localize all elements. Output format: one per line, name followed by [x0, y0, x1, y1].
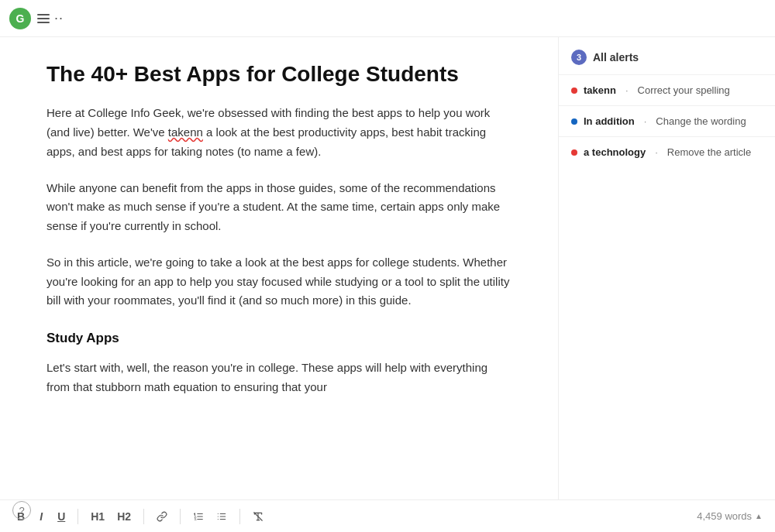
right-sidebar: 3 All alerts takenn · Correct your spell… — [558, 37, 775, 499]
misspelled-word: takenn — [168, 125, 203, 139]
ordered-list-icon: 2. 3. — [193, 511, 204, 522]
alert-dot-0 — [571, 88, 577, 94]
section-heading: Study Apps — [46, 328, 512, 349]
underline-button[interactable]: U — [53, 507, 70, 526]
svg-point-9 — [218, 516, 219, 517]
alerts-header: 3 All alerts — [559, 50, 775, 74]
alert-item-2[interactable]: a technology · Remove the article — [559, 136, 775, 167]
editor-area: The 40+ Best Apps for College Students H… — [0, 37, 558, 499]
main-content: The 40+ Best Apps for College Students H… — [0, 37, 775, 499]
hamburger-menu-icon[interactable] — [37, 14, 50, 23]
alert-separator-2: · — [655, 146, 658, 158]
logo-icon[interactable]: G — [9, 8, 31, 29]
toolbar-divider-1 — [78, 509, 78, 524]
dots-icon: ·· — [54, 10, 64, 26]
clear-format-icon — [253, 511, 264, 522]
alert-word-2: a technology — [584, 146, 646, 158]
alerts-count: 3 — [577, 53, 581, 62]
ordered-list-button[interactable]: 2. 3. — [188, 508, 208, 525]
italic-button[interactable]: I — [33, 507, 50, 526]
paragraph-2: While anyone can benefit from the apps i… — [46, 179, 512, 236]
logo-letter: G — [16, 12, 25, 25]
svg-text:3.: 3. — [195, 518, 197, 521]
link-icon — [157, 511, 167, 522]
unordered-list-button[interactable] — [212, 508, 232, 525]
article-body: Here at College Info Geek, we're obsesse… — [46, 104, 512, 396]
word-count[interactable]: 4,459 words ▲ — [697, 510, 763, 522]
paragraph-3: So in this article, we're going to take … — [46, 253, 512, 311]
unordered-list-icon — [216, 511, 227, 522]
h1-button[interactable]: H1 — [86, 507, 109, 526]
alert-description-0: Correct your spelling — [638, 84, 730, 96]
article-title: The 40+ Best Apps for College Students — [46, 60, 512, 88]
alert-separator-1: · — [644, 115, 647, 127]
alert-word-1: In addition — [584, 115, 635, 127]
alert-item-1[interactable]: In addition · Change the wording — [559, 105, 775, 136]
alerts-badge: 3 — [571, 50, 587, 65]
alert-separator-0: · — [625, 84, 629, 96]
toolbar-divider-4 — [239, 509, 240, 524]
alert-description-1: Change the wording — [656, 115, 746, 127]
h2-button[interactable]: H2 — [112, 507, 136, 526]
paragraph-1: Here at College Info Geek, we're obsesse… — [46, 104, 512, 161]
paragraph-4: Let's start with, well, the reason you'r… — [46, 359, 512, 397]
link-button[interactable] — [152, 508, 172, 525]
top-bar: G ·· — [0, 0, 775, 37]
alert-dot-2 — [571, 149, 577, 156]
bottom-toolbar: B I U H1 H2 2. 3. — [0, 499, 775, 532]
toolbar-divider-3 — [180, 509, 181, 524]
alert-dot-1 — [571, 118, 577, 125]
alert-description-2: Remove the article — [667, 146, 751, 158]
alerts-title: All alerts — [593, 51, 639, 63]
word-count-arrow-icon: ▲ — [755, 512, 763, 520]
help-icon[interactable]: ? — [12, 501, 31, 520]
clear-format-button[interactable] — [248, 508, 268, 525]
word-count-text: 4,459 words — [697, 510, 752, 522]
svg-point-8 — [218, 513, 219, 513]
toolbar-divider-2 — [143, 509, 144, 524]
alert-item-0[interactable]: takenn · Correct your spelling — [559, 74, 775, 105]
svg-point-10 — [218, 518, 219, 519]
alert-word-0: takenn — [584, 84, 616, 96]
